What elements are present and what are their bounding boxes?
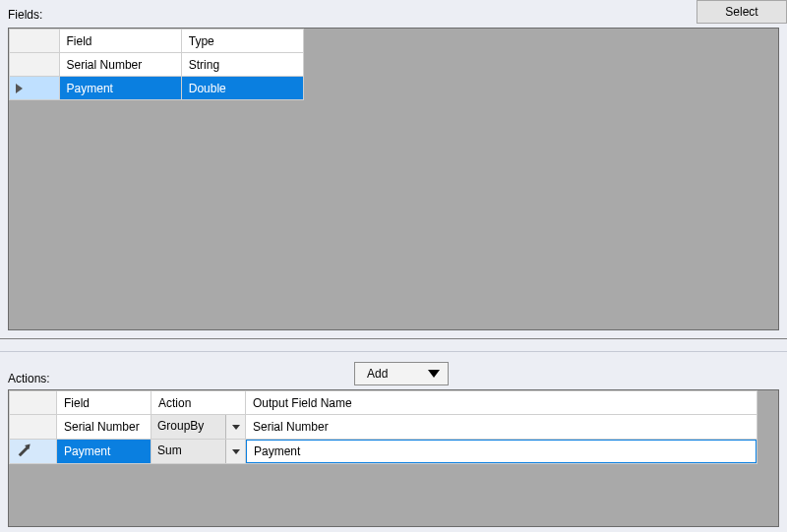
actions-grid[interactable]: Field Action Output Field Name Serial Nu…	[9, 390, 778, 464]
fields-row[interactable]: Serial Number String	[10, 53, 304, 77]
chevron-down-icon	[232, 425, 240, 430]
fields-panel: Field Type Serial Number String Payment …	[8, 28, 779, 330]
actions-cell-field[interactable]: Serial Number	[57, 415, 151, 440]
splitter[interactable]	[0, 338, 787, 352]
actions-label: Actions:	[8, 372, 50, 385]
action-dropdown-value: Sum	[151, 440, 225, 463]
fields-cell-field[interactable]: Serial Number	[59, 53, 181, 77]
action-dropdown-value: GroupBy	[151, 415, 225, 439]
fields-cell-type[interactable]: Double	[181, 77, 303, 100]
actions-row[interactable]: Payment Sum	[10, 440, 757, 464]
actions-header-output[interactable]: Output Field Name	[246, 391, 757, 415]
fields-row[interactable]: Payment Double	[10, 77, 304, 100]
select-button-label: Select	[725, 5, 757, 19]
fields-grid[interactable]: Field Type Serial Number String Payment …	[9, 29, 304, 100]
actions-row-header[interactable]	[10, 440, 57, 464]
fields-label: Fields:	[8, 8, 42, 22]
actions-cell-field[interactable]: Payment	[57, 440, 151, 464]
action-dropdown-button[interactable]	[225, 415, 245, 439]
actions-header-row: Field Action Output Field Name	[10, 391, 757, 415]
actions-row-header[interactable]	[10, 415, 57, 440]
fields-cell-field[interactable]: Payment	[59, 77, 181, 100]
fields-header-row: Field Type	[10, 30, 304, 53]
actions-cell-action[interactable]: GroupBy	[151, 415, 246, 440]
add-button[interactable]: Add	[354, 362, 449, 385]
pencil-icon	[19, 446, 30, 457]
select-button[interactable]: Select	[696, 0, 787, 24]
fields-header-field[interactable]: Field	[59, 30, 181, 53]
actions-cell-action[interactable]: Sum	[151, 440, 246, 464]
dropdown-caret-icon	[428, 370, 440, 378]
actions-row[interactable]: Serial Number GroupBy	[10, 415, 757, 440]
add-button-label: Add	[367, 367, 388, 381]
actions-cell-output[interactable]	[246, 415, 757, 440]
output-field-input[interactable]	[246, 415, 757, 439]
fields-row-header[interactable]	[10, 77, 60, 100]
fields-cell-type[interactable]: String	[181, 53, 303, 77]
fields-header-type[interactable]: Type	[181, 30, 303, 53]
chevron-down-icon	[232, 449, 240, 454]
action-dropdown-button[interactable]	[225, 440, 245, 463]
fields-corner-cell	[10, 30, 60, 53]
fields-row-header[interactable]	[10, 53, 60, 77]
actions-header-field[interactable]: Field	[57, 391, 151, 415]
output-field-input[interactable]	[246, 440, 757, 463]
actions-corner-cell	[10, 391, 57, 415]
actions-cell-output[interactable]	[246, 440, 757, 464]
actions-panel: Field Action Output Field Name Serial Nu…	[8, 389, 779, 527]
actions-header-action[interactable]: Action	[151, 391, 246, 415]
row-indicator-icon	[16, 84, 23, 93]
